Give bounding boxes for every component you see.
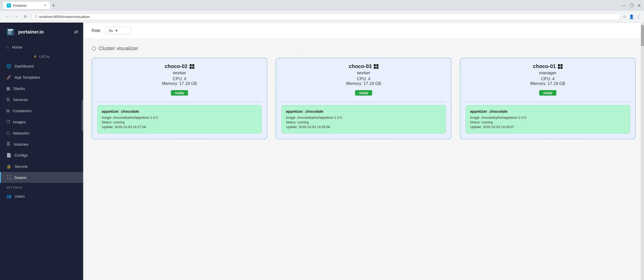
service-status-choco-03-0: Status: running: [286, 120, 441, 124]
node-memory-choco-02: Memory: 17.18 GB: [97, 81, 262, 86]
sidebar-item-secrets[interactable]: 🔒 Secrets: [0, 161, 83, 172]
app-templates-icon: 🚀: [6, 75, 11, 80]
sidebar-item-stacks[interactable]: ▦ Stacks: [0, 83, 83, 94]
secrets-icon: 🔒: [6, 164, 11, 169]
node-divider-choco-03: [281, 102, 446, 102]
node-cpu-choco-03: CPU: 4: [281, 77, 446, 81]
windows-icon-choco-03: [374, 64, 378, 69]
node-memory-choco-03: Memory: 17.18 GB: [281, 81, 446, 86]
tab-title: Portainer: [13, 4, 27, 8]
sidebar-item-networks-label: Networks: [13, 131, 29, 135]
service-image-choco-03-0: Image: chocolateyfest/appetizer:1.0.0: [286, 116, 441, 119]
users-icon: 👥: [6, 194, 11, 199]
rate-select[interactable]: 5s ▼: [106, 27, 132, 35]
profile-icon[interactable]: 👤: [629, 14, 634, 19]
main-scrollbar-thumb: [641, 25, 644, 46]
rate-label: Rate: [92, 28, 100, 33]
node-status-choco-01: ready: [539, 90, 557, 96]
sidebar-item-containers[interactable]: ⊞ Containers: [0, 105, 83, 116]
close-window-button[interactable]: ✕: [637, 3, 641, 8]
sidebar-logo: portainer.io ⇄: [0, 23, 83, 42]
images-icon: ❐: [6, 119, 10, 124]
node-role-choco-02: worker: [97, 70, 262, 76]
sidebar-item-volumes[interactable]: 🗄 Volumes: [0, 139, 83, 150]
node-divider-choco-02: [97, 102, 262, 102]
node-divider-choco-01: [466, 102, 630, 102]
containers-icon: ⊞: [6, 108, 10, 113]
node-role-choco-03: worker: [281, 70, 446, 76]
menu-icon[interactable]: ⋮: [637, 14, 641, 19]
maximize-button[interactable]: ❐: [630, 3, 633, 8]
bookmark-icon[interactable]: ☆: [623, 14, 626, 19]
svg-rect-3: [8, 31, 11, 32]
forward-button[interactable]: →: [12, 13, 20, 20]
sidebar-item-dashboard-label: Dashboard: [15, 64, 34, 68]
minimize-button[interactable]: —: [621, 3, 626, 8]
svg-rect-15: [558, 67, 560, 69]
sidebar-item-services[interactable]: ☰ Services: [0, 94, 83, 105]
service-name-choco-03-0: appetizer_chocolate: [286, 109, 441, 114]
sidebar-item-networks[interactable]: ⬡ Networks: [0, 128, 83, 139]
svg-rect-11: [374, 67, 376, 69]
windows-icon-choco-02: [190, 64, 194, 69]
address-bar[interactable]: ⓘ localhost:9000/#/swarm/visualizer: [31, 13, 621, 20]
sidebar-item-configs-label: Configs: [15, 153, 28, 157]
service-name-choco-02-0: appetizer_chocolate: [102, 109, 257, 114]
sidebar-item-app-templates[interactable]: 🚀 App Templates: [0, 72, 83, 83]
address-text: localhost:9000/#/swarm/visualizer: [39, 15, 90, 19]
service-card-choco-03-0: appetizer_chocolate Image: chocolateyfes…: [281, 105, 446, 134]
svg-rect-16: [561, 67, 563, 69]
local-label: LOCAL: [39, 55, 50, 58]
sidebar-item-swarm[interactable]: ⛶ Swarm: [0, 172, 83, 183]
node-status-choco-02: ready: [171, 90, 188, 96]
app-layout: portainer.io ⇄ ⌂ Home ⚡ LOCAL 🌐 Dashboar…: [0, 23, 644, 280]
sidebar-item-home[interactable]: ⌂ Home: [0, 42, 83, 52]
node-cpu-choco-02: CPU: 4: [97, 77, 262, 81]
svg-rect-10: [376, 64, 378, 66]
main-scrollbar[interactable]: [641, 23, 644, 280]
sidebar-item-dashboard[interactable]: 🌐 Dashboard: [0, 61, 83, 72]
sidebar-item-configs[interactable]: 📄 Configs: [0, 150, 83, 161]
sidebar-item-home-label: Home: [12, 45, 22, 49]
sidebar-toggle-icon[interactable]: ⇄: [74, 29, 78, 35]
rate-value: 5s: [109, 29, 113, 33]
volumes-icon: 🗄: [6, 142, 10, 146]
service-card-choco-01-0: appetizer_chocolate Image: chocolateyfes…: [466, 105, 630, 134]
sidebar: portainer.io ⇄ ⌂ Home ⚡ LOCAL 🌐 Dashboar…: [0, 23, 83, 280]
service-update-choco-03-0: Update: 2018-10-03 14:28:06: [286, 125, 441, 129]
sidebar-item-stacks-label: Stacks: [13, 86, 25, 91]
new-tab-button[interactable]: +: [52, 3, 55, 9]
main-content: Rate 5s ▼ ⬡ Cluster visualizer choco-02: [83, 23, 644, 280]
logo-area: portainer.io: [5, 27, 44, 37]
sidebar-item-app-templates-label: App Templates: [15, 75, 40, 79]
node-cpu-choco-01: CPU: 4: [466, 77, 630, 81]
dashboard-icon: 🌐: [6, 64, 11, 69]
reload-button[interactable]: ↻: [22, 13, 29, 20]
back-button[interactable]: ←: [3, 13, 10, 20]
service-image-choco-02-0: Image: chocolateyfest/appetizer:1.0.0: [102, 116, 257, 119]
sidebar-item-services-label: Services: [13, 97, 28, 102]
browser-titlebar: P Portainer × + — ❐ ✕: [0, 0, 644, 11]
section-title-text: Cluster visualizer: [99, 45, 138, 51]
service-update-choco-01-0: Update: 2018-10-03 14:28:07: [470, 125, 626, 129]
configs-icon: 📄: [6, 153, 11, 158]
sidebar-item-users[interactable]: 👥 Users: [0, 191, 83, 202]
settings-section-label: SETTINGS: [0, 183, 83, 191]
sidebar-item-containers-label: Containers: [13, 109, 32, 113]
nodes-container: choco-02 worker CPU: 4 Memory: 17.18 GB …: [92, 58, 636, 139]
portainer-logo-icon: [5, 27, 16, 37]
sidebar-item-images[interactable]: ❐ Images: [0, 116, 83, 128]
node-memory-choco-01: Memory: 17.18 GB: [466, 81, 630, 86]
node-header-choco-02: choco-02 worker CPU: 4 Memory: 17.18 GB …: [97, 63, 262, 98]
svg-rect-13: [558, 64, 560, 66]
svg-rect-8: [192, 67, 194, 69]
rate-dropdown-arrow: ▼: [115, 29, 119, 33]
svg-rect-14: [561, 64, 563, 66]
svg-rect-6: [192, 64, 194, 66]
browser-tab[interactable]: P Portainer ×: [3, 2, 50, 9]
swarm-icon: ⛶: [7, 175, 11, 180]
node-header-choco-01: choco-01 manager CPU: 4 Memory: 17.18 GB: [466, 63, 630, 98]
svg-rect-5: [190, 64, 192, 66]
tab-close-button[interactable]: ×: [44, 3, 46, 8]
lightning-icon: ⚡: [33, 55, 37, 58]
